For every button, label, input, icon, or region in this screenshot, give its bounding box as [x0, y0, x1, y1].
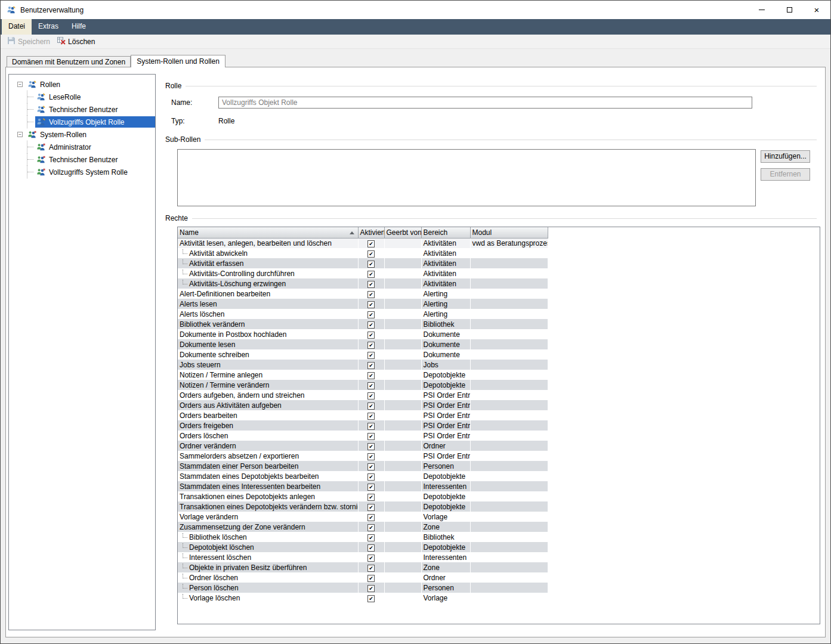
aktiviert-checkbox[interactable]: ✔ [367, 413, 375, 420]
maximize-button[interactable] [776, 1, 803, 19]
table-row[interactable]: Alerts löschen✔Alerting [178, 309, 548, 319]
aktiviert-checkbox[interactable]: ✔ [367, 443, 375, 450]
table-row[interactable]: Aktivitäts-Controlling durchführen✔Aktiv… [178, 268, 548, 278]
column-header-modul[interactable]: Modul [470, 227, 548, 238]
aktiviert-checkbox[interactable]: ✔ [367, 362, 375, 369]
name-input[interactable] [218, 97, 752, 109]
aktiviert-checkbox[interactable]: ✔ [367, 311, 375, 318]
aktiviert-checkbox[interactable]: ✔ [367, 321, 375, 329]
subroles-list[interactable] [177, 149, 756, 206]
remove-subrole-button[interactable]: Entfernen [761, 168, 810, 181]
aktiviert-checkbox[interactable]: ✔ [367, 261, 375, 268]
table-row[interactable]: Orders freigeben✔PSI Order Entry [178, 420, 548, 431]
table-row[interactable]: Stammdaten eines Depotobjekts bearbeiten… [178, 471, 548, 481]
tree-item-vollzugriffs-system-rolle[interactable]: Vollzugriffs System Rolle [9, 166, 155, 178]
table-row[interactable]: Ordner löschen✔Ordner [178, 572, 548, 583]
aktiviert-checkbox[interactable]: ✔ [367, 473, 375, 481]
table-row[interactable]: Aktivität abwickeln✔Aktivitäten [178, 248, 548, 258]
table-row[interactable]: Dokumente in Postbox hochladen✔Dokumente [178, 329, 548, 339]
aktiviert-checkbox[interactable]: ✔ [367, 291, 375, 298]
table-row[interactable]: Transaktionen eines Depotobjekts anlegen… [178, 491, 548, 501]
table-row[interactable]: Notizen / Termine verändern✔Depotobjekte [178, 380, 548, 390]
column-header-bereich[interactable]: Bereich [421, 227, 470, 238]
tree-group-rollen[interactable]: −Rollen [9, 78, 155, 91]
tree-group-system-rollen[interactable]: −System-Rollen [9, 128, 155, 141]
aktiviert-checkbox[interactable]: ✔ [367, 484, 375, 491]
aktiviert-checkbox[interactable]: ✔ [367, 281, 375, 288]
table-row[interactable]: Bibliothek verändern✔Bibliothek [178, 319, 548, 329]
aktiviert-checkbox[interactable]: ✔ [367, 332, 375, 339]
menu-item-datei[interactable]: Datei [2, 19, 32, 35]
table-row[interactable]: Person löschen✔Personen [178, 583, 548, 593]
aktiviert-checkbox[interactable]: ✔ [367, 504, 375, 511]
aktiviert-checkbox[interactable]: ✔ [367, 271, 375, 278]
close-button[interactable]: × [803, 1, 830, 19]
aktiviert-checkbox[interactable]: ✔ [367, 575, 375, 582]
tree-item-vollzugriffs-objekt-rolle[interactable]: Vollzugriffs Objekt Rolle [9, 116, 155, 128]
tree-item-leserolle[interactable]: LeseRolle [9, 91, 155, 103]
aktiviert-checkbox[interactable]: ✔ [367, 595, 375, 602]
table-row[interactable]: Vorlage löschen✔Vorlage [178, 593, 548, 603]
delete-button[interactable]: Löschen [54, 35, 98, 48]
table-row[interactable]: Alerts lesen✔Alerting [178, 299, 548, 309]
tree-item-administrator[interactable]: Administrator [9, 141, 155, 153]
save-button[interactable]: Speichern [4, 35, 54, 48]
table-row[interactable]: Vorlage verändern✔Vorlage [178, 512, 548, 522]
tab-system-rollen-und-rollen[interactable]: System-Rollen und Rollen [131, 55, 225, 67]
aktiviert-checkbox[interactable]: ✔ [367, 301, 375, 308]
aktiviert-checkbox[interactable]: ✔ [367, 463, 375, 470]
collapse-minus-icon[interactable]: − [17, 132, 23, 137]
aktiviert-checkbox[interactable]: ✔ [367, 392, 375, 400]
aktiviert-checkbox[interactable]: ✔ [367, 524, 375, 531]
table-row[interactable]: Orders bearbeiten✔PSI Order Entry [178, 410, 548, 420]
table-row[interactable]: Stammdaten eines Interessenten bearbeite… [178, 481, 548, 491]
column-header-name[interactable]: Name [178, 227, 358, 238]
aktiviert-checkbox[interactable]: ✔ [367, 534, 375, 541]
aktiviert-checkbox[interactable]: ✔ [367, 585, 375, 592]
table-row[interactable]: Depotobjekt löschen✔Depotobjekte [178, 542, 548, 552]
collapse-minus-icon[interactable]: − [17, 82, 23, 87]
aktiviert-checkbox[interactable]: ✔ [367, 240, 375, 247]
table-row[interactable]: Objekte in privaten Besitz überführen✔Zo… [178, 562, 548, 572]
table-row[interactable]: Zusammensetzung der Zone verändern✔Zone [178, 522, 548, 532]
aktiviert-checkbox[interactable]: ✔ [367, 555, 375, 562]
tree-item-technischer-benutzer[interactable]: Technischer Benutzer [9, 153, 155, 166]
column-header-aktiviert[interactable]: Aktiviert [358, 227, 384, 238]
aktiviert-checkbox[interactable]: ✔ [367, 352, 375, 359]
tree-item-technischer-benutzer[interactable]: Technischer Benutzer [9, 103, 155, 116]
menu-item-extras[interactable]: Extras [32, 19, 65, 35]
menu-item-hilfe[interactable]: Hilfe [65, 19, 92, 35]
table-row[interactable]: Aktivität erfassen✔Aktivitäten [178, 258, 548, 268]
table-row[interactable]: Bibliothek löschen✔Bibliothek [178, 532, 548, 542]
aktiviert-checkbox[interactable]: ✔ [367, 565, 375, 572]
table-row[interactable]: Dokumente lesen✔Dokumente [178, 339, 548, 349]
table-row[interactable]: Orders aufgeben, ändern und streichen✔PS… [178, 390, 548, 400]
table-row[interactable]: Aktivität lesen, anlegen, bearbeiten und… [178, 238, 548, 248]
aktiviert-checkbox[interactable]: ✔ [367, 453, 375, 460]
aktiviert-checkbox[interactable]: ✔ [367, 494, 375, 501]
table-row[interactable]: Stammdaten einer Person bearbeiten✔Perso… [178, 461, 548, 471]
table-row[interactable]: Notizen / Termine anlegen✔Depotobjekte [178, 370, 548, 380]
table-row[interactable]: Alert-Definitionen bearbeiten✔Alerting [178, 289, 548, 299]
table-row[interactable]: Dokumente schreiben✔Dokumente [178, 349, 548, 360]
aktiviert-checkbox[interactable]: ✔ [367, 402, 375, 410]
aktiviert-checkbox[interactable]: ✔ [367, 514, 375, 521]
column-header-geerbt-von[interactable]: Geerbt von [384, 227, 421, 238]
aktiviert-checkbox[interactable]: ✔ [367, 433, 375, 440]
table-row[interactable]: Jobs steuern✔Jobs [178, 360, 548, 370]
tab-domaenen-mit-benutzern-und-zonen[interactable]: Domänen mit Benutzern und Zonen [7, 56, 131, 67]
minimize-button[interactable] [748, 1, 776, 19]
add-subrole-button[interactable]: Hinzufügen... [761, 150, 810, 163]
table-row[interactable]: Sammelorders absetzen / exportieren✔PSI … [178, 451, 548, 461]
table-row[interactable]: Orders aus Aktivitäten aufgeben✔PSI Orde… [178, 400, 548, 410]
aktiviert-checkbox[interactable]: ✔ [367, 544, 375, 552]
aktiviert-checkbox[interactable]: ✔ [367, 250, 375, 258]
aktiviert-checkbox[interactable]: ✔ [367, 342, 375, 349]
aktiviert-checkbox[interactable]: ✔ [367, 372, 375, 379]
table-row[interactable]: Transaktionen eines Depotobjekts verände… [178, 501, 548, 512]
table-row[interactable]: Aktivitäts-Löschung erzwingen✔Aktivitäte… [178, 278, 548, 289]
table-row[interactable]: Interessent löschen✔Interessenten [178, 552, 548, 562]
table-row[interactable]: Orders löschen✔PSI Order Entry [178, 431, 548, 441]
aktiviert-checkbox[interactable]: ✔ [367, 423, 375, 430]
aktiviert-checkbox[interactable]: ✔ [367, 382, 375, 389]
